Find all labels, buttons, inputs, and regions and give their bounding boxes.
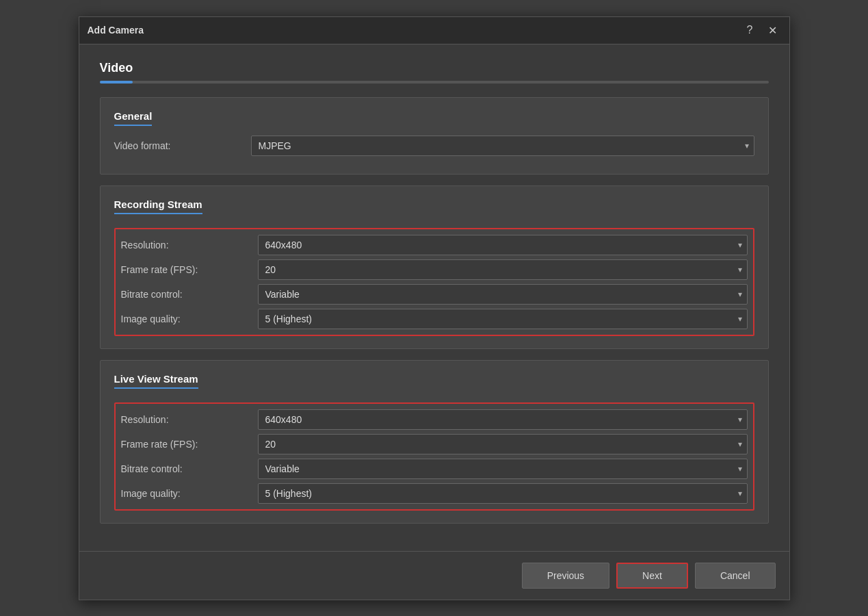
recording-quality-select-wrapper: 1 (Lowest) 2 3 4 5 (Highest) ▾ bbox=[258, 309, 748, 329]
general-title: General bbox=[114, 110, 153, 126]
live-resolution-label: Resolution: bbox=[121, 414, 258, 425]
dialog-footer: Previous Next Cancel bbox=[79, 551, 789, 600]
recording-framerate-control: 5 10 15 20 25 30 ▾ bbox=[258, 259, 748, 280]
live-quality-select[interactable]: 1 (Lowest) 2 3 4 5 (Highest) bbox=[258, 483, 748, 504]
video-format-select-wrapper: MJPEG H.264 H.265 MPEG4 ▾ bbox=[251, 136, 754, 156]
title-bar-actions: ? ✕ bbox=[743, 23, 781, 38]
recording-resolution-row: Resolution: 640x480 1280x720 1920x1080 3… bbox=[121, 235, 748, 255]
video-format-control: MJPEG H.264 H.265 MPEG4 ▾ bbox=[251, 136, 754, 156]
live-bitrate-select-wrapper: Variable Constant ▾ bbox=[258, 459, 748, 479]
live-framerate-label: Frame rate (FPS): bbox=[121, 439, 258, 450]
help-button[interactable]: ? bbox=[743, 23, 757, 38]
recording-resolution-select-wrapper: 640x480 1280x720 1920x1080 320x240 ▾ bbox=[258, 235, 748, 255]
recording-quality-control: 1 (Lowest) 2 3 4 5 (Highest) ▾ bbox=[258, 309, 748, 329]
live-bitrate-row: Bitrate control: Variable Constant ▾ bbox=[121, 459, 748, 479]
live-quality-select-wrapper: 1 (Lowest) 2 3 4 5 (Highest) ▾ bbox=[258, 483, 748, 504]
recording-resolution-control: 640x480 1280x720 1920x1080 320x240 ▾ bbox=[258, 235, 748, 255]
live-bitrate-control: Variable Constant ▾ bbox=[258, 459, 748, 479]
recording-bitrate-select[interactable]: Variable Constant bbox=[258, 284, 748, 305]
recording-framerate-select[interactable]: 5 10 15 20 25 30 bbox=[258, 259, 748, 280]
live-framerate-select-wrapper: 5 10 15 20 25 30 ▾ bbox=[258, 434, 748, 454]
recording-stream-title: Recording Stream bbox=[114, 198, 202, 214]
video-format-row: Video format: MJPEG H.264 H.265 MPEG4 ▾ bbox=[114, 136, 754, 156]
live-quality-row: Image quality: 1 (Lowest) 2 3 4 5 (Highe… bbox=[121, 483, 748, 504]
recording-resolution-select[interactable]: 640x480 1280x720 1920x1080 320x240 bbox=[258, 235, 748, 255]
live-resolution-control: 640x480 1280x720 1920x1080 320x240 ▾ bbox=[258, 409, 748, 430]
content-area: Video General Video format: MJPEG H.264 bbox=[79, 44, 789, 551]
recording-framerate-select-wrapper: 5 10 15 20 25 30 ▾ bbox=[258, 259, 748, 280]
live-framerate-row: Frame rate (FPS): 5 10 15 20 25 30 bbox=[121, 434, 748, 454]
progress-section: Video bbox=[100, 61, 769, 84]
recording-quality-row: Image quality: 1 (Lowest) 2 3 4 5 (Highe… bbox=[121, 309, 748, 329]
previous-button[interactable]: Previous bbox=[522, 563, 609, 589]
video-format-label: Video format: bbox=[114, 140, 251, 151]
live-framerate-select[interactable]: 5 10 15 20 25 30 bbox=[258, 434, 748, 454]
live-quality-label: Image quality: bbox=[121, 488, 258, 499]
live-resolution-select[interactable]: 640x480 1280x720 1920x1080 320x240 bbox=[258, 409, 748, 430]
general-card: General Video format: MJPEG H.264 H.265 … bbox=[100, 97, 769, 175]
live-resolution-row: Resolution: 640x480 1280x720 1920x1080 3… bbox=[121, 409, 748, 430]
live-resolution-select-wrapper: 640x480 1280x720 1920x1080 320x240 ▾ bbox=[258, 409, 748, 430]
recording-stream-card: Recording Stream Resolution: 640x480 128… bbox=[100, 185, 769, 349]
recording-bitrate-select-wrapper: Variable Constant ▾ bbox=[258, 284, 748, 305]
recording-quality-select[interactable]: 1 (Lowest) 2 3 4 5 (Highest) bbox=[258, 309, 748, 329]
recording-bitrate-label: Bitrate control: bbox=[121, 289, 258, 300]
live-bitrate-label: Bitrate control: bbox=[121, 463, 258, 474]
recording-stream-box: Resolution: 640x480 1280x720 1920x1080 3… bbox=[114, 228, 754, 336]
dialog-title: Add Camera bbox=[88, 25, 144, 36]
dialog-body: Video General Video format: MJPEG H.264 bbox=[79, 44, 789, 600]
live-view-title: Live View Stream bbox=[114, 373, 198, 389]
live-quality-control: 1 (Lowest) 2 3 4 5 (Highest) ▾ bbox=[258, 483, 748, 504]
live-view-stream-box: Resolution: 640x480 1280x720 1920x1080 3… bbox=[114, 402, 754, 511]
recording-bitrate-row: Bitrate control: Variable Constant ▾ bbox=[121, 284, 748, 305]
live-view-stream-card: Live View Stream Resolution: 640x480 128… bbox=[100, 360, 769, 524]
recording-framerate-row: Frame rate (FPS): 5 10 15 20 25 30 bbox=[121, 259, 748, 280]
live-bitrate-select[interactable]: Variable Constant bbox=[258, 459, 748, 479]
progress-track bbox=[100, 81, 769, 84]
next-button[interactable]: Next bbox=[616, 563, 688, 589]
section-label: Video bbox=[100, 61, 769, 75]
add-camera-dialog: Add Camera ? ✕ Video General Video forma… bbox=[79, 16, 790, 600]
recording-resolution-label: Resolution: bbox=[121, 240, 258, 251]
title-bar: Add Camera ? ✕ bbox=[79, 17, 789, 44]
close-button[interactable]: ✕ bbox=[764, 23, 781, 38]
live-framerate-control: 5 10 15 20 25 30 ▾ bbox=[258, 434, 748, 454]
recording-quality-label: Image quality: bbox=[121, 313, 258, 324]
cancel-button[interactable]: Cancel bbox=[695, 563, 776, 589]
recording-bitrate-control: Variable Constant ▾ bbox=[258, 284, 748, 305]
progress-fill bbox=[100, 81, 133, 84]
video-format-select[interactable]: MJPEG H.264 H.265 MPEG4 bbox=[251, 136, 754, 156]
recording-framerate-label: Frame rate (FPS): bbox=[121, 264, 258, 275]
